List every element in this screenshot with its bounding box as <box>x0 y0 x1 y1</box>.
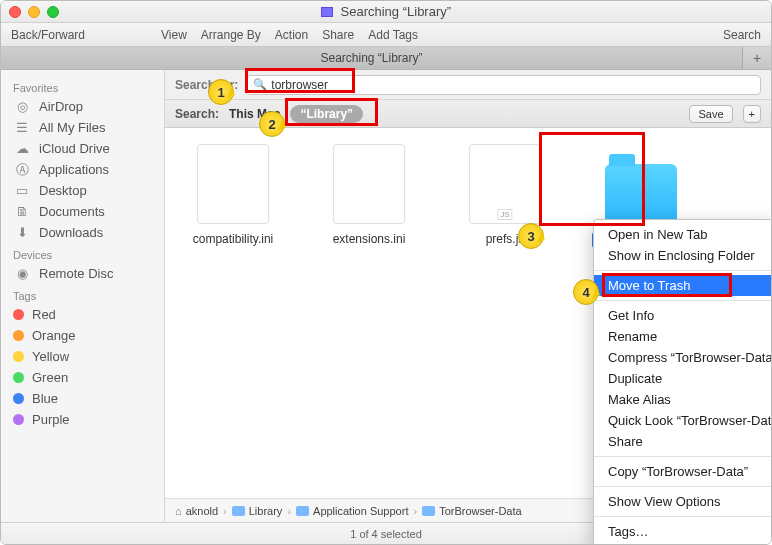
desktop-icon: ▭ <box>13 184 31 198</box>
chevron-right-icon: › <box>287 505 291 517</box>
sidebar-item-label: Documents <box>39 204 105 219</box>
sidebar-item-label: All My Files <box>39 120 105 135</box>
toolbar: Back/Forward View Arrange By Action Shar… <box>1 23 771 47</box>
sidebar-item-applications[interactable]: ⒶApplications <box>1 159 164 180</box>
search-icon: 🔍 <box>253 78 267 91</box>
sidebar-item-label: Downloads <box>39 225 103 240</box>
path-label: TorBrowser-Data <box>439 505 522 517</box>
search-menu[interactable]: Search <box>723 28 761 42</box>
sidebar-item-remote-disc[interactable]: ◉Remote Disc <box>1 263 164 284</box>
context-menu-item[interactable]: Make Alias <box>594 389 772 410</box>
context-menu-item[interactable]: Share <box>594 431 772 452</box>
tag-dot-icon <box>13 393 24 404</box>
file-name: extensions.ini <box>319 232 419 246</box>
action-menu[interactable]: Action <box>275 28 308 42</box>
file-item[interactable]: prefs.js <box>455 144 555 246</box>
titlebar: Searching “Library” <box>1 1 771 23</box>
context-menu-item[interactable]: Tags… <box>594 521 772 542</box>
sidebar-item-icloud[interactable]: ☁iCloud Drive <box>1 138 164 159</box>
search-for-bar: Search for: 🔍 torbrowser <box>165 70 771 100</box>
tags-header: Tags <box>1 284 164 304</box>
tab-searching-library[interactable]: Searching “Library” <box>1 47 743 69</box>
document-icon <box>333 144 405 224</box>
tag-dot-icon <box>13 414 24 425</box>
sidebar-item-desktop[interactable]: ▭Desktop <box>1 180 164 201</box>
context-menu-item[interactable]: Compress “TorBrowser-Data” <box>594 347 772 368</box>
downloads-icon: ⬇ <box>13 226 31 240</box>
devices-header: Devices <box>1 243 164 263</box>
sidebar-item-label: Yellow <box>32 349 69 364</box>
sidebar-item-label: Applications <box>39 162 109 177</box>
sidebar-tag-green[interactable]: Green <box>1 367 164 388</box>
context-menu-item[interactable]: Duplicate <box>594 368 772 389</box>
sidebar-item-label: Green <box>32 370 68 385</box>
new-tab-button[interactable]: + <box>743 47 771 69</box>
window-controls <box>9 6 59 18</box>
folder-icon <box>232 506 245 516</box>
all-my-files-icon: ☰ <box>13 121 31 135</box>
sidebar-tag-blue[interactable]: Blue <box>1 388 164 409</box>
context-menu-item[interactable]: Copy “TorBrowser-Data” <box>594 461 772 482</box>
sidebar-item-label: Orange <box>32 328 75 343</box>
document-icon <box>197 144 269 224</box>
path-label: Application Support <box>313 505 408 517</box>
folder-icon <box>422 506 435 516</box>
scope-this-mac[interactable]: This Mac <box>229 107 280 121</box>
view-menu[interactable]: View <box>161 28 187 42</box>
context-menu-item[interactable]: Move to Trash <box>594 275 772 296</box>
add-tags-menu[interactable]: Add Tags <box>368 28 418 42</box>
tag-dot-icon <box>13 372 24 383</box>
path-segment[interactable]: ⌂aknold <box>175 505 218 517</box>
close-icon[interactable] <box>9 6 21 18</box>
path-segment[interactable]: Library <box>232 505 283 517</box>
window-title: Searching “Library” <box>1 1 771 23</box>
add-criteria-button[interactable]: + <box>743 105 761 123</box>
context-menu-item[interactable]: Rename <box>594 326 772 347</box>
save-search-button[interactable]: Save <box>689 105 732 123</box>
context-menu-item[interactable]: Show View Options <box>594 491 772 512</box>
back-forward-button[interactable]: Back/Forward <box>11 28 161 42</box>
airdrop-icon: ◎ <box>13 100 31 114</box>
context-menu-item[interactable]: Open in New Tab <box>594 224 772 245</box>
context-menu-item[interactable]: Quick Look “TorBrowser-Data” <box>594 410 772 431</box>
sidebar: Favorites ◎AirDrop ☰All My Files ☁iCloud… <box>1 70 165 522</box>
tag-dot-icon <box>13 309 24 320</box>
arrange-by-menu[interactable]: Arrange By <box>201 28 261 42</box>
tag-dot-icon <box>13 351 24 362</box>
zoom-icon[interactable] <box>47 6 59 18</box>
path-label: Library <box>249 505 283 517</box>
home-icon: ⌂ <box>175 505 182 517</box>
sidebar-tag-yellow[interactable]: Yellow <box>1 346 164 367</box>
sidebar-tag-purple[interactable]: Purple <box>1 409 164 430</box>
toolbar-menus: View Arrange By Action Share Add Tags <box>161 28 418 42</box>
scope-library[interactable]: “Library” <box>290 105 363 123</box>
sidebar-tag-orange[interactable]: Orange <box>1 325 164 346</box>
path-segment[interactable]: TorBrowser-Data <box>422 505 522 517</box>
favorites-header: Favorites <box>1 76 164 96</box>
context-menu-item[interactable]: Show in Enclosing Folder <box>594 245 772 266</box>
sidebar-item-airdrop[interactable]: ◎AirDrop <box>1 96 164 117</box>
sidebar-item-label: Blue <box>32 391 58 406</box>
minimize-icon[interactable] <box>28 6 40 18</box>
sidebar-item-label: Desktop <box>39 183 87 198</box>
context-menu-item[interactable]: Get Info <box>594 305 772 326</box>
file-item[interactable]: extensions.ini <box>319 144 419 246</box>
path-label: aknold <box>186 505 218 517</box>
search-scope-bar: Search: This Mac “Library” Save + <box>165 100 771 128</box>
sidebar-item-label: Remote Disc <box>39 266 113 281</box>
icloud-icon: ☁ <box>13 142 31 156</box>
sidebar-item-all-my-files[interactable]: ☰All My Files <box>1 117 164 138</box>
path-segment[interactable]: Application Support <box>296 505 408 517</box>
search-for-label: Search for: <box>175 78 238 92</box>
js-document-icon <box>469 144 541 224</box>
sidebar-item-documents[interactable]: 🗎Documents <box>1 201 164 222</box>
file-name: compatibility.ini <box>183 232 283 246</box>
sidebar-item-downloads[interactable]: ⬇Downloads <box>1 222 164 243</box>
file-item[interactable]: compatibility.ini <box>183 144 283 246</box>
sidebar-item-label: Red <box>32 307 56 322</box>
search-input[interactable]: 🔍 torbrowser <box>246 75 761 95</box>
sidebar-tag-red[interactable]: Red <box>1 304 164 325</box>
tab-bar: Searching “Library” + <box>1 47 771 70</box>
remote-disc-icon: ◉ <box>13 267 31 281</box>
share-menu[interactable]: Share <box>322 28 354 42</box>
